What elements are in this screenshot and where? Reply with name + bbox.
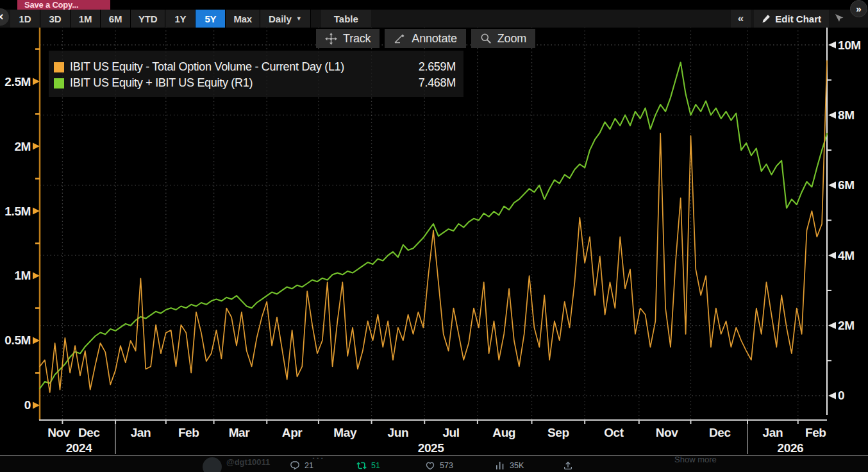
- svg-text:6M: 6M: [838, 178, 855, 192]
- annotate-icon: [394, 33, 406, 44]
- svg-text:8M: 8M: [838, 108, 855, 122]
- zoom-label: Zoom: [497, 32, 526, 46]
- reply-count: 21: [305, 461, 313, 470]
- svg-text:Dec: Dec: [78, 426, 100, 439]
- save-a-copy-button[interactable]: Save a Copy...: [17, 0, 110, 10]
- legend-item-share-volume[interactable]: IBIT US Equity + IBIT US Equity (R1) 7.4…: [54, 75, 456, 91]
- svg-text:Feb: Feb: [805, 426, 826, 439]
- period-label: Daily: [269, 13, 292, 24]
- svg-text:4M: 4M: [838, 249, 855, 262]
- like-count: 573: [440, 461, 453, 470]
- reply-icon: [290, 460, 300, 471]
- svg-text:Jan: Jan: [763, 426, 783, 439]
- tweet-handle: @dgt10011: [226, 457, 270, 467]
- green-series-swatch: [54, 78, 64, 88]
- views-count: 35K: [510, 461, 524, 470]
- repost-count: 51: [371, 461, 380, 470]
- range-button-1m[interactable]: 1M: [71, 10, 101, 28]
- svg-text:1M: 1M: [14, 269, 31, 282]
- toolbar-right-group: « Edit Chart: [731, 10, 868, 28]
- range-button-group: 1D3D1M6MYTD1Y5YMax: [10, 10, 260, 28]
- range-button-1d[interactable]: 1D: [10, 10, 40, 28]
- track-crosshair-icon: [325, 33, 337, 45]
- range-button-ytd[interactable]: YTD: [131, 10, 165, 28]
- repost-icon: [356, 460, 367, 471]
- track-button[interactable]: Track: [316, 29, 380, 48]
- range-button-6m[interactable]: 6M: [101, 10, 131, 28]
- svg-text:2025: 2025: [418, 441, 445, 455]
- legend-label: IBIT US Equity - Total Option Volume - C…: [70, 60, 344, 74]
- bar-chart-icon: [495, 460, 505, 471]
- svg-text:Feb: Feb: [178, 426, 199, 439]
- range-button-5y[interactable]: 5Y: [196, 10, 226, 28]
- legend-value: 7.468M: [419, 76, 456, 90]
- share-icon: [563, 460, 573, 471]
- zoom-button[interactable]: Zoom: [471, 29, 535, 48]
- svg-text:Jul: Jul: [442, 426, 459, 439]
- bloomberg-chart-window: Save a Copy... ✕ » 1D3D1M6MYTD1Y5YMax Da…: [0, 0, 868, 472]
- magnifier-icon: [480, 33, 492, 44]
- svg-text:Oct: Oct: [604, 426, 624, 439]
- reply-button[interactable]: 21: [290, 460, 313, 471]
- views-button[interactable]: 35K: [495, 460, 524, 471]
- annotate-button[interactable]: Annotate: [385, 29, 465, 48]
- table-button[interactable]: Table: [321, 10, 371, 28]
- pencil-icon: [762, 14, 771, 23]
- chart-tool-buttons: Track Annotate Zoom: [316, 29, 535, 48]
- svg-text:May: May: [333, 426, 357, 439]
- svg-text:Aug: Aug: [492, 426, 515, 439]
- collapse-left-icon[interactable]: «: [731, 10, 751, 28]
- heart-icon: [425, 460, 435, 471]
- svg-text:10M: 10M: [838, 38, 861, 52]
- svg-text:Nov: Nov: [47, 426, 71, 439]
- expand-right-icon[interactable]: »: [850, 0, 867, 17]
- svg-text:0: 0: [838, 389, 844, 402]
- legend-label: IBIT US Equity + IBIT US Equity (R1): [70, 76, 253, 90]
- svg-text:0.5M: 0.5M: [4, 333, 31, 347]
- svg-text:2026: 2026: [778, 441, 804, 455]
- track-label: Track: [343, 32, 371, 46]
- repost-button[interactable]: 51: [356, 460, 380, 471]
- like-button[interactable]: 573: [425, 460, 453, 471]
- annotate-label: Annotate: [412, 32, 456, 46]
- legend-item-option-volume[interactable]: IBIT US Equity - Total Option Volume - C…: [54, 59, 456, 75]
- svg-text:Jan: Jan: [131, 426, 151, 439]
- svg-text:Apr: Apr: [282, 426, 303, 439]
- svg-text:Dec: Dec: [709, 426, 731, 439]
- period-dropdown[interactable]: Daily ▼: [260, 10, 311, 28]
- chevron-down-icon: ▼: [296, 15, 302, 22]
- svg-text:Mar: Mar: [229, 426, 251, 439]
- chart-toolbar: 1D3D1M6MYTD1Y5YMax Daily ▼ Table « Edit …: [0, 10, 868, 28]
- svg-text:Jun: Jun: [388, 426, 409, 439]
- share-button[interactable]: [563, 460, 573, 471]
- svg-text:Nov: Nov: [656, 426, 679, 439]
- show-more-link[interactable]: Show more: [674, 455, 717, 464]
- svg-text:1.5M: 1.5M: [4, 205, 31, 218]
- pointer-icon[interactable]: [832, 10, 846, 28]
- avatar[interactable]: [203, 457, 222, 472]
- range-button-max[interactable]: Max: [226, 10, 260, 28]
- svg-text:2.5M: 2.5M: [4, 75, 31, 88]
- svg-text:2M: 2M: [838, 319, 855, 332]
- edit-chart-button[interactable]: Edit Chart: [754, 10, 829, 28]
- tweet-action-bar: @dgt10011 ··· Show more 21 51 573 35K: [0, 455, 868, 472]
- svg-text:Sep: Sep: [547, 426, 569, 439]
- svg-text:2024: 2024: [66, 441, 93, 455]
- svg-text:0: 0: [24, 398, 31, 412]
- legend-value: 2.659M: [419, 60, 456, 74]
- orange-series-swatch: [54, 62, 64, 72]
- svg-text:2M: 2M: [14, 140, 31, 153]
- edit-chart-label: Edit Chart: [775, 13, 821, 24]
- more-options-icon[interactable]: ···: [312, 453, 325, 464]
- chart-legend: IBIT US Equity - Total Option Volume - C…: [49, 51, 463, 97]
- range-button-1y[interactable]: 1Y: [165, 10, 196, 28]
- range-button-3d[interactable]: 3D: [40, 10, 71, 28]
